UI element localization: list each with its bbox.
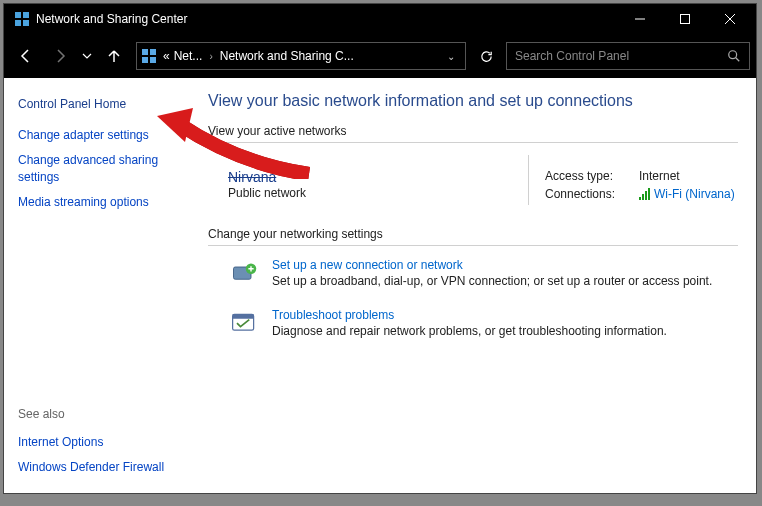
wifi-connection-text: Wi-Fi (Nirvana) [654,187,735,201]
see-also-label: See also [18,407,190,421]
breadcrumb-icon [141,48,157,64]
svg-rect-5 [680,15,689,24]
svg-rect-9 [150,49,156,55]
back-button[interactable] [10,40,42,72]
network-name: Nirvana [228,169,516,185]
connections-label: Connections: [545,187,631,201]
search-input[interactable]: Search Control Panel [506,42,750,70]
change-advanced-sharing-link[interactable]: Change advanced sharing settings [18,152,190,184]
chevron-right-icon: › [209,51,212,62]
troubleshoot-item: Troubleshoot problems Diagnose and repai… [208,308,738,340]
refresh-button[interactable] [472,42,500,70]
content-pane: View your basic network information and … [204,78,756,493]
recent-dropdown[interactable] [78,40,96,72]
search-icon [727,49,741,63]
svg-rect-0 [15,12,21,18]
window-title: Network and Sharing Center [36,12,617,26]
divider [208,142,738,143]
internet-options-link[interactable]: Internet Options [18,434,190,450]
svg-rect-1 [23,12,29,18]
setup-connection-icon [228,258,260,290]
divider [208,245,738,246]
breadcrumb-dropdown[interactable]: ⌄ [441,51,461,62]
troubleshoot-desc: Diagnose and repair network problems, or… [272,324,667,338]
change-settings-label: Change your networking settings [208,227,738,241]
windows-defender-firewall-link[interactable]: Windows Defender Firewall [18,459,190,475]
minimize-button[interactable] [617,4,662,34]
network-info-right: Access type: Internet Connections: Wi-Fi… [528,155,738,205]
change-adapter-settings-link[interactable]: Change adapter settings [18,127,190,143]
setup-connection-desc: Set up a broadband, dial-up, or VPN conn… [272,274,712,288]
svg-point-12 [729,51,737,59]
forward-button[interactable] [44,40,76,72]
svg-rect-10 [142,57,148,63]
search-placeholder: Search Control Panel [515,49,727,63]
page-heading: View your basic network information and … [208,92,738,110]
window-controls [617,4,752,34]
close-button[interactable] [707,4,752,34]
control-panel-home-link[interactable]: Control Panel Home [18,96,190,112]
svg-rect-2 [15,20,21,26]
setup-connection-item: Set up a new connection or network Set u… [208,258,738,290]
breadcrumb-level1[interactable]: Net... [174,49,203,63]
breadcrumb-prefix: « [163,49,170,63]
network-info-left: Nirvana Public network [228,155,516,205]
troubleshoot-link[interactable]: Troubleshoot problems [272,308,667,322]
setup-connection-link[interactable]: Set up a new connection or network [272,258,712,272]
app-icon [14,11,30,27]
troubleshoot-icon [228,308,260,340]
svg-line-13 [736,58,740,62]
network-type: Public network [228,186,516,200]
media-streaming-link[interactable]: Media streaming options [18,194,190,210]
wifi-signal-icon [639,188,650,200]
window-frame: Network and Sharing Center « Net... › Ne… [3,3,757,494]
svg-rect-8 [142,49,148,55]
svg-rect-17 [233,314,254,318]
breadcrumb[interactable]: « Net... › Network and Sharing C... ⌄ [136,42,466,70]
active-networks-label: View your active networks [208,124,738,138]
navbar: « Net... › Network and Sharing C... ⌄ Se… [4,34,756,78]
body-area: Control Panel Home Change adapter settin… [4,78,756,493]
wifi-connection-link[interactable]: Wi-Fi (Nirvana) [639,187,735,201]
active-network-block: Nirvana Public network Access type: Inte… [208,155,738,205]
maximize-button[interactable] [662,4,707,34]
up-button[interactable] [98,40,130,72]
svg-rect-3 [23,20,29,26]
sidebar: Control Panel Home Change adapter settin… [4,78,204,493]
svg-rect-11 [150,57,156,63]
access-type-label: Access type: [545,169,631,183]
access-type-value: Internet [639,169,680,183]
titlebar: Network and Sharing Center [4,4,756,34]
breadcrumb-level2[interactable]: Network and Sharing C... [220,49,354,63]
